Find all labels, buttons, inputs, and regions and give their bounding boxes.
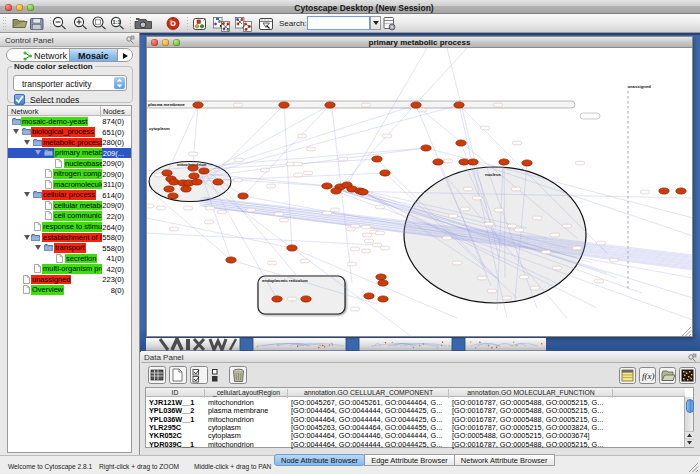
- svg-text:unassigned: unassigned: [628, 84, 652, 89]
- svg-text:nucleus: nucleus: [485, 172, 501, 177]
- svg-text:cytoplasm: cytoplasm: [149, 126, 170, 131]
- svg-text:plasma membrane: plasma membrane: [148, 102, 185, 107]
- svg-text:endoplasmic reticulum: endoplasmic reticulum: [262, 278, 308, 283]
- svg-text:f(x): f(x): [642, 371, 655, 381]
- svg-text:1:1: 1:1: [113, 19, 121, 25]
